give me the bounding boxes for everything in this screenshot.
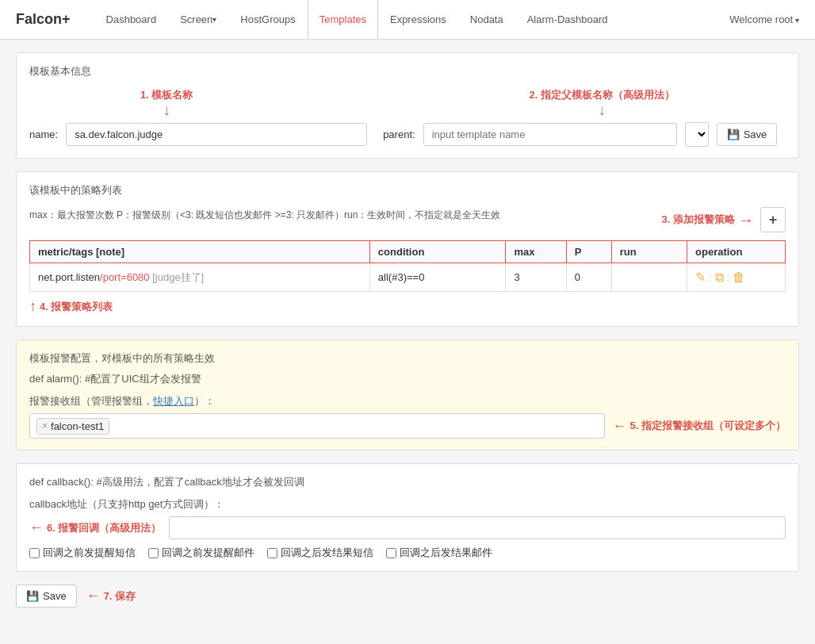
nav-alarm-dashboard[interactable]: Alarm-Dashboard [515, 0, 620, 40]
brand: Falcon+ [16, 11, 71, 28]
parent-select[interactable] [685, 122, 709, 147]
nav-screen[interactable]: Screen [168, 0, 228, 40]
annot4-label: 4. 报警策略列表 [40, 300, 113, 314]
checkbox-sms-before[interactable]: 回调之前发提醒短信 [29, 546, 136, 560]
welcome-menu[interactable]: Welcome root [729, 13, 799, 25]
annot1-label: 1. 模板名称 [140, 88, 193, 102]
nav-hostgroups[interactable]: HostGroups [228, 0, 307, 40]
basic-info-title: 模板基本信息 [29, 64, 786, 79]
callback-label: callback地址（只支持http get方式回调）： [29, 497, 786, 512]
cb-email-before[interactable] [148, 548, 159, 558]
annot3-label: 3. 添加报警策略 [662, 213, 735, 227]
annot2-label: 2. 指定父模板名称（高级用法） [530, 88, 675, 102]
quick-link[interactable]: 快捷入口 [153, 395, 194, 407]
th-operation: operation [687, 241, 786, 263]
checkbox-email-before[interactable]: 回调之前发提醒邮件 [148, 546, 254, 560]
receiver-label: 报警接收组（管理报警组，快捷入口）： [29, 394, 786, 408]
navbar: Falcon+ Dashboard Screen HostGroups Temp… [0, 0, 815, 40]
annot5-label: 5. 指定报警接收组（可设定多个） [630, 419, 786, 433]
def-alarm-text: def alarm(): #配置了UIC组才会发报警 [29, 372, 786, 386]
callback-card: def callback(): #高级用法，配置了callback地址才会被发回… [16, 463, 799, 572]
receiver-tag: × falcon-test1 [36, 418, 109, 435]
cb-sms-before[interactable] [29, 548, 40, 558]
strategy-card: 该模板中的策略列表 max：最大报警次数 P：报警级别（<3: 既发短信也发邮件… [16, 171, 799, 327]
footer-row: 💾 Save ← 7. 保存 [16, 585, 799, 608]
alarm-config-card: 模板报警配置，对模板中的所有策略生效 def alarm(): #配置了UIC组… [16, 339, 799, 450]
cell-condition: all(#3)==0 [369, 263, 506, 292]
cell-p: 0 [566, 263, 611, 292]
save-button-top[interactable]: 💾 Save [717, 123, 778, 146]
th-run: run [611, 241, 687, 263]
nav-menu: Dashboard Screen HostGroups Templates Ex… [94, 0, 730, 40]
tag-value: falcon-test1 [51, 420, 104, 432]
copy-icon[interactable]: ⧉ [715, 270, 724, 285]
annot5-arrow: ← [613, 418, 627, 435]
delete-icon[interactable]: 🗑 [733, 270, 745, 285]
parent-input[interactable] [423, 123, 677, 146]
th-p: P [566, 241, 611, 263]
checkbox-row: 回调之前发提醒短信 回调之前发提醒邮件 回调之后发结果短信 回调之后发结果邮件 [29, 546, 786, 560]
basic-info-form: name: parent: 💾 Save [29, 122, 786, 147]
name-label: name: [29, 128, 58, 140]
cb-sms-after[interactable] [267, 548, 277, 558]
add-strategy-button[interactable]: + [760, 207, 786, 232]
annot1-arrow: ↓ [163, 102, 170, 119]
cb-email-after[interactable] [386, 548, 396, 558]
alarm-config-title: 模板报警配置，对模板中的所有策略生效 [29, 351, 786, 366]
annot3-arrow: → [738, 211, 754, 229]
edit-icon[interactable]: ✎ [695, 270, 706, 285]
annot4-arrow: ↑ [29, 298, 36, 315]
th-condition: condition [369, 241, 506, 263]
annot2-arrow: ↓ [599, 102, 606, 119]
cell-metric: net.port.listen/port=6080 [judge挂了] [30, 263, 370, 292]
parent-label: parent: [383, 128, 415, 140]
checkbox-email-after[interactable]: 回调之后发结果邮件 [386, 546, 492, 560]
cell-operation: ✎ : ⧉ : 🗑 [687, 263, 786, 292]
save-button-bottom[interactable]: 💾 Save [16, 585, 77, 608]
nav-nodata[interactable]: Nodata [458, 0, 515, 40]
th-max: max [506, 241, 566, 263]
table-row: net.port.listen/port=6080 [judge挂了] all(… [30, 263, 786, 292]
cell-run [611, 263, 687, 292]
th-metric: metric/tags [note] [30, 241, 370, 263]
nav-templates[interactable]: Templates [308, 0, 378, 39]
tag-remove-icon[interactable]: × [42, 420, 48, 431]
annot7-arrow: ← [86, 588, 101, 604]
annot6-label: 6. 报警回调（高级用法） [47, 521, 161, 535]
nav-expressions[interactable]: Expressions [378, 0, 458, 40]
annot6-arrow: ← [29, 519, 44, 536]
strategy-table: metric/tags [note] condition max P run o… [29, 240, 786, 292]
nav-dashboard[interactable]: Dashboard [94, 0, 169, 40]
checkbox-sms-after[interactable]: 回调之后发结果短信 [267, 546, 373, 560]
cell-max: 3 [506, 263, 566, 292]
receiver-input-container[interactable]: × falcon-test1 [29, 413, 605, 439]
save-icon-bottom: 💾 [26, 590, 39, 602]
def-callback-text: def callback(): #高级用法，配置了callback地址才会被发回… [29, 475, 786, 489]
strategy-info-text: max：最大报警次数 P：报警级别（<3: 既发短信也发邮件 >=3: 只发邮件… [29, 208, 652, 223]
callback-input[interactable] [169, 516, 786, 539]
save-icon-top: 💾 [727, 128, 740, 140]
name-input[interactable] [66, 123, 367, 146]
strategy-card-title: 该模板中的策略列表 [29, 183, 786, 197]
annot7-label: 7. 保存 [104, 589, 136, 604]
basic-info-card: 模板基本信息 1. 模板名称 ↓ 2. 指定父模板名称（高级用法） ↓ name… [16, 52, 799, 159]
